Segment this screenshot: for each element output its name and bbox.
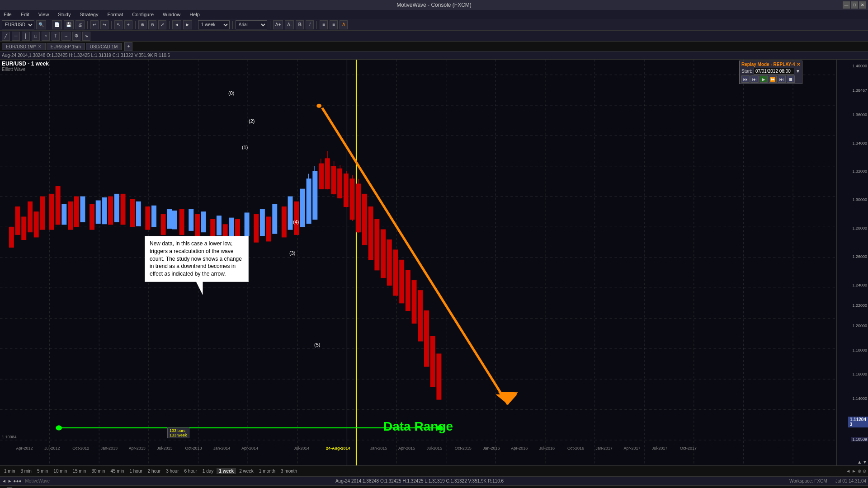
ohlc-info-bar: Aug-24 2014,1.38248 O:1.32425 H:1.32425 … — [0, 52, 868, 60]
tf-30min[interactable]: 30 min — [89, 468, 107, 474]
menu-format[interactable]: Format — [105, 12, 125, 17]
replay-back[interactable]: ⏭ — [750, 75, 759, 83]
annotation-box: New data, in this case a lower low, trig… — [145, 236, 249, 282]
fit-button[interactable]: ⤢ — [158, 20, 166, 29]
tf-3hour[interactable]: 3 hour — [164, 468, 181, 474]
font-size-down[interactable]: A- — [285, 20, 294, 29]
menu-file[interactable]: File — [2, 12, 14, 17]
tf-2week[interactable]: 2 week — [237, 468, 256, 474]
fib-tool[interactable]: Φ — [72, 32, 80, 41]
svg-rect-37 — [56, 187, 60, 225]
menu-edit[interactable]: Edit — [19, 12, 31, 17]
font-size-up[interactable]: A+ — [273, 20, 283, 29]
tab-usdcad-1m[interactable]: USD/CAD 1M — [86, 43, 122, 50]
draw-arrow[interactable]: → — [61, 32, 71, 41]
main-area: EUR/USD - 1 week Elliott Wave Replay Mod… — [0, 60, 868, 465]
tab-eurgbp-15m[interactable]: EUR/GBP 15m — [47, 43, 85, 50]
right-button[interactable]: ► — [183, 20, 192, 29]
tf-1day[interactable]: 1 day — [200, 468, 216, 474]
tf-3min[interactable]: 3 min — [18, 468, 33, 474]
tf-icon-3[interactable]: ⊕ — [858, 469, 861, 474]
tf-45min[interactable]: 45 min — [108, 468, 126, 474]
price-1.30000: 1.30000 — [852, 197, 867, 202]
symbol-select[interactable]: EUR/USD — [2, 20, 34, 29]
svg-line-104 — [322, 108, 508, 405]
left-button[interactable]: ◄ — [172, 20, 181, 29]
align-left[interactable]: ≡ — [320, 20, 328, 29]
draw-vline[interactable]: │ — [22, 32, 30, 41]
menu-bar: File Edit View Study Strategy Format Con… — [0, 10, 868, 19]
italic-button[interactable]: I — [306, 20, 314, 29]
replay-stop[interactable]: ⏹ — [787, 75, 795, 83]
maximize-button[interactable]: □ — [851, 1, 858, 9]
price-axis-up[interactable]: ▲ — [857, 460, 862, 465]
menu-view[interactable]: View — [37, 12, 51, 17]
price-1.26000: 1.26000 — [852, 254, 867, 259]
redo-button[interactable]: ↪ — [100, 20, 108, 29]
replay-close-icon[interactable]: ✕ — [797, 62, 800, 67]
replay-play[interactable]: ▶ — [760, 75, 768, 83]
font-select[interactable]: Arial — [236, 20, 267, 29]
tab-close-eurusd-1w[interactable]: ✕ — [38, 44, 42, 49]
tf-1week[interactable]: 1 week — [217, 468, 236, 474]
tf-15min[interactable]: 15 min — [70, 468, 88, 474]
tf-1hour[interactable]: 1 hour — [127, 468, 144, 474]
menu-help[interactable]: Help — [188, 12, 202, 17]
align-center[interactable]: ≡ — [330, 20, 338, 29]
tf-3month[interactable]: 3 month — [278, 468, 299, 474]
print-button[interactable]: 🖨 — [75, 20, 85, 29]
wave-tool[interactable]: ∿ — [82, 32, 90, 41]
tf-5min[interactable]: 5 min — [35, 468, 50, 474]
save-button[interactable]: 💾 — [64, 20, 74, 29]
svg-rect-36 — [50, 194, 54, 230]
replay-forward[interactable]: ⏩ — [769, 75, 777, 83]
menu-strategy[interactable]: Strategy — [78, 12, 100, 17]
bold-button[interactable]: B — [296, 20, 304, 29]
draw-line[interactable]: ╱ — [2, 32, 10, 41]
color-button[interactable]: A — [340, 20, 348, 29]
tf-6hour[interactable]: 6 hour — [182, 468, 199, 474]
draw-rect[interactable]: □ — [32, 32, 40, 41]
cursor-tool[interactable]: ↖ — [114, 20, 123, 29]
close-button[interactable]: ✕ — [859, 1, 866, 9]
tf-icon-1[interactable]: ◄ — [846, 469, 850, 474]
tf-icon-2[interactable]: ► — [852, 469, 856, 474]
search-button[interactable]: 🔍 — [36, 20, 46, 29]
zoom-in-button[interactable]: ⊕ — [138, 20, 146, 29]
tab-label-eurgbp-15m: EUR/GBP 15m — [51, 44, 81, 49]
tf-1month[interactable]: 1 month — [257, 468, 278, 474]
crosshair-tool[interactable]: + — [124, 20, 132, 29]
replay-skip-back[interactable]: ⏮ — [741, 75, 750, 83]
undo-button[interactable]: ↩ — [90, 20, 99, 29]
tf-icon-4[interactable]: ⊖ — [863, 469, 866, 474]
chart-area[interactable]: EUR/USD - 1 week Elliott Wave Replay Mod… — [0, 60, 836, 465]
menu-study[interactable]: Study — [56, 12, 72, 17]
tf-1min[interactable]: 1 min — [2, 468, 17, 474]
tab-eurusd-1w[interactable]: EUR/USD 1W* ✕ — [2, 43, 46, 50]
svg-rect-72 — [301, 189, 305, 227]
wave-label-4: (4) — [293, 219, 299, 225]
menu-configure[interactable]: Configure — [130, 12, 156, 17]
replay-skip-forward[interactable]: ⏭ — [778, 75, 786, 83]
menu-window[interactable]: Window — [161, 12, 182, 17]
data-range-label: Data Range — [383, 419, 453, 434]
replay-start-input[interactable] — [754, 68, 794, 75]
tf-2hour[interactable]: 2 hour — [146, 468, 163, 474]
new-chart-button[interactable]: 📄 — [52, 20, 62, 29]
tf-10min[interactable]: 10 min — [51, 468, 69, 474]
add-chart-button[interactable]: + — [124, 42, 132, 51]
svg-rect-88 — [400, 260, 404, 303]
timeframe-select[interactable]: 1 week — [198, 20, 230, 29]
svg-rect-61 — [152, 206, 156, 227]
timeframe-bar: 1 min 3 min 5 min 10 min 15 min 30 min 4… — [0, 465, 868, 476]
replay-start-dropdown[interactable]: ▼ — [796, 69, 800, 74]
zoom-out-button[interactable]: ⊖ — [148, 20, 156, 29]
draw-ellipse[interactable]: ○ — [42, 32, 50, 41]
minimize-button[interactable]: — — [843, 1, 850, 9]
draw-hline[interactable]: ─ — [12, 32, 20, 41]
svg-rect-58 — [102, 197, 107, 224]
draw-text[interactable]: T — [52, 32, 60, 41]
chart-subtitle: Elliott Wave — [2, 67, 49, 72]
wave-label-3: (3) — [289, 250, 295, 256]
price-axis-down[interactable]: ▼ — [863, 460, 867, 465]
